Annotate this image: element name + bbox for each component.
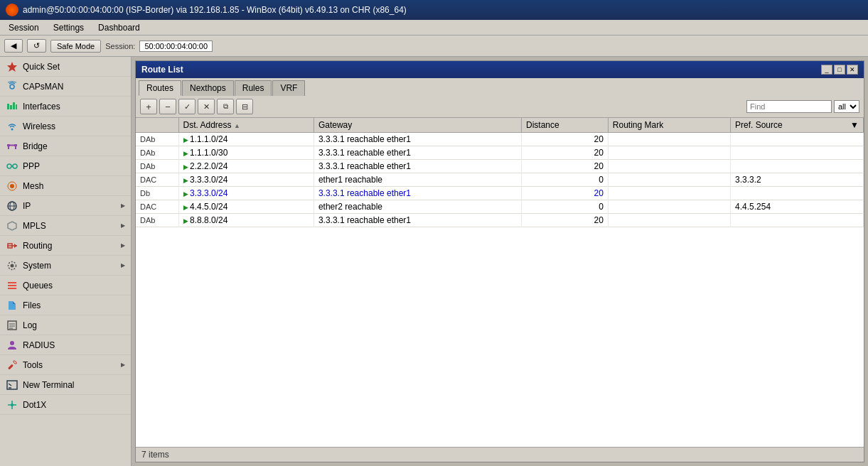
system-icon	[6, 259, 18, 272]
svg-rect-28	[8, 288, 16, 289]
svg-rect-3	[10, 105, 12, 109]
routing-icon	[6, 239, 18, 252]
menu-dashboard[interactable]: Dashboard	[95, 22, 143, 33]
route-arrow: ▶	[183, 217, 191, 224]
sidebar-label-capsman: CAPsMAN	[23, 82, 63, 92]
sidebar-item-files[interactable]: Files	[0, 296, 131, 315]
svg-rect-2	[7, 104, 9, 109]
cell-routing-mark	[608, 146, 730, 160]
route-arrow: ▶	[183, 177, 191, 184]
sort-arrow: ▲	[234, 122, 240, 129]
sidebar-item-mpls[interactable]: MPLS	[0, 216, 131, 236]
col-distance[interactable]: Distance	[522, 118, 609, 133]
table-row[interactable]: DAb ▶ 1.1.1.0/30 3.3.3.1 reachable ether…	[136, 146, 864, 160]
sidebar-item-interfaces[interactable]: Interfaces	[0, 97, 131, 116]
window-maximize-button[interactable]: □	[834, 65, 845, 75]
refresh-button[interactable]: ↺	[27, 39, 46, 53]
svg-rect-34	[8, 364, 14, 369]
tab-rules[interactable]: Rules	[235, 80, 272, 96]
sidebar-label-log: Log	[23, 320, 37, 330]
cell-pref-source	[731, 214, 864, 227]
back-button[interactable]: ◀	[4, 39, 23, 53]
sidebar-label-tools: Tools	[23, 360, 43, 370]
cell-distance: 20	[522, 133, 609, 146]
col-routing-mark[interactable]: Routing Mark	[608, 118, 730, 133]
menu-settings[interactable]: Settings	[50, 22, 87, 33]
safe-mode-button[interactable]: Safe Mode	[50, 40, 101, 53]
cell-dst-value: 3.3.3.0/24	[190, 175, 227, 185]
col-dst[interactable]: Dst. Address ▲	[178, 118, 314, 133]
window-minimize-button[interactable]: _	[821, 65, 832, 75]
svg-rect-5	[16, 104, 17, 109]
remove-route-button[interactable]: −	[159, 99, 176, 114]
mesh-icon	[6, 180, 18, 193]
route-toolbar: + − ✓ ✕ ⧉ ⊟ all	[136, 96, 864, 118]
filter-button[interactable]: ⊟	[236, 99, 253, 114]
cell-routing-mark	[608, 160, 730, 173]
sidebar-item-system[interactable]: System	[0, 256, 131, 276]
sidebar-item-queues[interactable]: Queues	[0, 276, 131, 296]
sidebar-item-routing[interactable]: Routing	[0, 236, 131, 256]
table-row[interactable]: Db ▶ 3.3.3.0/24 3.3.3.1 reachable ether1…	[136, 187, 864, 200]
session-label: Session:	[105, 42, 135, 50]
table-row[interactable]: DAC ▶ 3.3.3.0/24 ether1 reachable 0 3.3.…	[136, 173, 864, 187]
cell-dst: ▶ 3.3.3.0/24	[178, 173, 314, 187]
route-arrow: ▶	[183, 204, 191, 211]
svg-rect-7	[7, 144, 10, 146]
svg-point-12	[7, 164, 11, 168]
sidebar-item-capsman[interactable]: CAPsMAN	[0, 77, 131, 97]
dropdown-arrow[interactable]: ▼	[850, 120, 859, 130]
cell-gateway: 3.3.3.1 reachable ether1	[314, 146, 521, 160]
sidebar-item-mesh[interactable]: Mesh	[0, 176, 131, 196]
find-select[interactable]: all	[834, 100, 859, 113]
title-bar: admin@50:00:00:04:00:00 (ISP-Border) via…	[0, 0, 868, 20]
sidebar-label-wireless: Wireless	[23, 121, 55, 131]
svg-point-33	[10, 341, 14, 345]
table-row[interactable]: DAb ▶ 2.2.2.0/24 3.3.3.1 reachable ether…	[136, 160, 864, 173]
sidebar-item-new-terminal[interactable]: New Terminal	[0, 375, 131, 395]
sidebar-item-quick-set[interactable]: Quick Set	[0, 57, 131, 77]
table-row[interactable]: DAC ▶ 4.4.5.0/24 ether2 reachable 0 4.4.…	[136, 200, 864, 214]
bridge-icon	[6, 140, 18, 153]
sidebar-label-bridge: Bridge	[23, 141, 48, 151]
col-gateway[interactable]: Gateway	[314, 118, 521, 133]
table-row[interactable]: DAb ▶ 8.8.8.0/24 3.3.3.1 reachable ether…	[136, 214, 864, 227]
table-row[interactable]: DAb ▶ 1.1.1.0/24 3.3.3.1 reachable ether…	[136, 133, 864, 146]
sidebar-item-ip[interactable]: IP	[0, 196, 131, 216]
col-flags	[136, 118, 178, 133]
quick-set-icon	[6, 60, 18, 73]
tab-nexthops[interactable]: Nexthops	[182, 80, 234, 96]
check-route-button[interactable]: ✓	[178, 99, 195, 114]
sidebar-item-tools[interactable]: Tools	[0, 355, 131, 375]
svg-line-36	[9, 384, 11, 386]
cell-distance: 20	[522, 187, 609, 200]
title-text: admin@50:00:00:04:00:00 (ISP-Border) via…	[23, 5, 407, 15]
window-title: Route List	[141, 65, 183, 75]
tab-routes[interactable]: Routes	[139, 80, 181, 96]
copy-route-button[interactable]: ⧉	[217, 99, 234, 114]
tab-vrf[interactable]: VRF	[272, 80, 305, 96]
sidebar-item-ppp[interactable]: PPP	[0, 156, 131, 176]
cell-flags: DAb	[136, 146, 178, 160]
cross-route-button[interactable]: ✕	[198, 99, 215, 114]
sidebar-item-wireless[interactable]: Wireless	[0, 116, 131, 136]
sidebar-item-log[interactable]: Log	[0, 315, 131, 335]
col-pref-source[interactable]: Pref. Source ▼	[731, 118, 864, 133]
window-close-button[interactable]: ✕	[847, 65, 858, 75]
route-table-body: DAb ▶ 1.1.1.0/24 3.3.3.1 reachable ether…	[136, 133, 864, 227]
session-value: 50:00:00:04:00:00	[139, 40, 213, 52]
cell-dst-value: 1.1.1.0/30	[190, 148, 227, 158]
sidebar-label-quick-set: Quick Set	[23, 62, 60, 72]
cell-pref-source	[731, 160, 864, 173]
content-area: Route List _ □ ✕ Routes Nexthops Rules V…	[132, 57, 868, 466]
add-route-button[interactable]: +	[140, 99, 157, 114]
menu-session[interactable]: Session	[6, 22, 42, 33]
sidebar-item-bridge[interactable]: Bridge	[0, 136, 131, 156]
queues-icon	[6, 279, 18, 292]
cell-distance: 20	[522, 160, 609, 173]
sidebar: Quick Set CAPsMAN Interfaces	[0, 57, 132, 466]
find-input[interactable]	[746, 100, 832, 113]
sidebar-item-radius[interactable]: RADIUS	[0, 335, 131, 355]
route-table: Dst. Address ▲ Gateway Distance Routing …	[136, 118, 864, 447]
sidebar-item-dot1x[interactable]: Dot1X	[0, 395, 131, 415]
